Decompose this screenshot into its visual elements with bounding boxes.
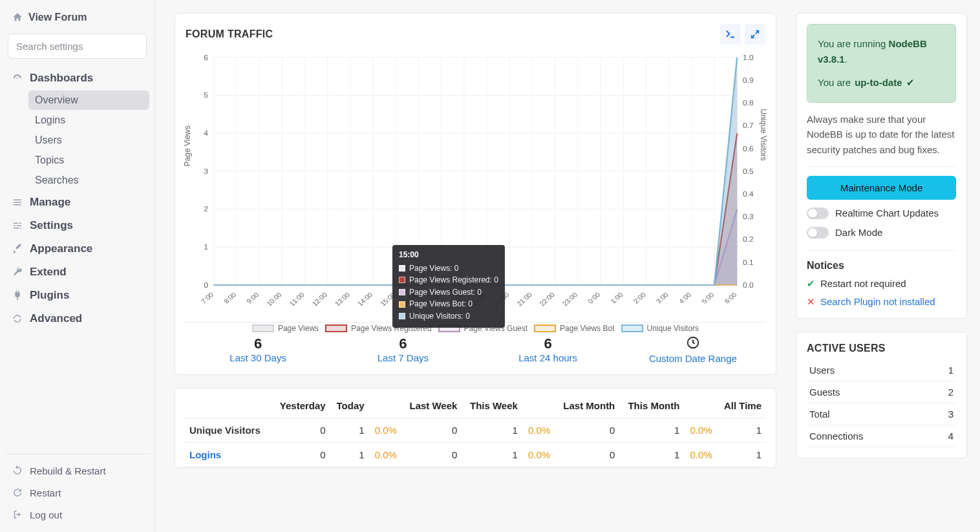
svg-text:0.4: 0.4 xyxy=(743,191,754,198)
realtime-toggle[interactable] xyxy=(807,207,829,219)
nav-plugins[interactable]: Plugins xyxy=(5,284,149,307)
svg-text:0.9: 0.9 xyxy=(743,77,754,84)
active-users-card: ACTIVE USERS Users1Guests2Total3Connecti… xyxy=(796,332,967,458)
version-alert: You are running NodeBB v3.8.1. You are u… xyxy=(807,24,956,103)
search-settings-input[interactable] xyxy=(8,34,147,59)
refresh-icon xyxy=(12,313,23,325)
gauge-icon xyxy=(12,72,23,84)
forum-traffic-title: FORUM TRAFFIC xyxy=(186,28,273,40)
stat-7days[interactable]: 6 Last 7 Days xyxy=(330,335,475,364)
svg-text:0.6: 0.6 xyxy=(743,145,754,152)
forum-traffic-card: FORUM TRAFFIC Page Views Unique Visitors… xyxy=(175,13,776,375)
nav-manage-label: Manage xyxy=(30,196,70,209)
search-box xyxy=(8,34,147,59)
svg-text:0.8: 0.8 xyxy=(743,100,754,107)
terminal-icon-button[interactable] xyxy=(720,24,741,45)
check-icon: ✔ xyxy=(906,75,915,90)
maintenance-mode-button[interactable]: Maintenance Mode xyxy=(807,176,956,200)
svg-text:4:00: 4:00 xyxy=(677,291,692,304)
x-icon: ✕ xyxy=(807,296,815,308)
nav-appearance[interactable]: Appearance xyxy=(5,237,149,261)
svg-text:0.1: 0.1 xyxy=(743,259,754,266)
svg-text:0: 0 xyxy=(204,281,208,288)
view-forum-label: View Forum xyxy=(28,12,87,23)
nav-plugins-label: Plugins xyxy=(30,289,69,302)
sidebar: View Forum Dashboards Overview Logins Us… xyxy=(0,0,155,532)
svg-text:4: 4 xyxy=(204,130,208,137)
notice-restart: ✔Restart not required xyxy=(807,278,956,290)
table-row: Logins010.0%010.0%010.0%1 xyxy=(186,443,765,467)
svg-text:12:00: 12:00 xyxy=(311,291,329,307)
legend-item[interactable]: Page Views Bot xyxy=(534,324,615,333)
stat-30days[interactable]: 6 Last 30 Days xyxy=(186,335,330,364)
svg-text:21:00: 21:00 xyxy=(515,291,533,307)
brush-icon xyxy=(12,243,23,255)
custom-date-range[interactable]: Custom Date Range xyxy=(621,335,765,364)
plug-icon xyxy=(12,290,23,301)
version-info-text: Always make sure that your NodeBB is up … xyxy=(807,112,956,167)
svg-text:0.2: 0.2 xyxy=(743,236,754,243)
realtime-toggle-row: Realtime Chart Updates xyxy=(807,207,956,219)
nav-topics[interactable]: Topics xyxy=(28,151,149,170)
check-icon: ✔ xyxy=(807,278,815,290)
svg-text:1:00: 1:00 xyxy=(610,291,624,304)
active-users-row: Total3 xyxy=(807,403,956,425)
nav-manage[interactable]: Manage xyxy=(5,191,149,214)
svg-text:8:00: 8:00 xyxy=(222,291,237,304)
nav-advanced[interactable]: Advanced xyxy=(5,307,149,330)
svg-text:23:00: 23:00 xyxy=(561,291,579,307)
nav-settings[interactable]: Settings xyxy=(5,214,149,237)
svg-text:0.7: 0.7 xyxy=(743,122,754,129)
expand-icon-button[interactable] xyxy=(745,24,765,45)
rebuild-restart[interactable]: Rebuild & Restart xyxy=(5,460,149,482)
table-row: Unique Visitors010.0%010.0%010.0%1 xyxy=(186,418,765,443)
traffic-chart[interactable]: Page Views Unique Visitors 01234560.00.1… xyxy=(186,51,765,323)
nav-users[interactable]: Users xyxy=(28,131,149,150)
view-forum-link[interactable]: View Forum xyxy=(5,6,149,28)
nav-dashboards[interactable]: Dashboards xyxy=(5,67,149,90)
legend-item[interactable]: Unique Visitors xyxy=(621,324,699,333)
stats-table: YesterdayTodayLast WeekThis WeekLast Mon… xyxy=(186,394,765,467)
restart[interactable]: Restart xyxy=(5,482,149,504)
darkmode-toggle[interactable] xyxy=(807,227,829,239)
svg-text:0.5: 0.5 xyxy=(743,167,754,175)
notices-title: Notices xyxy=(807,250,956,271)
search-plugin-link[interactable]: Search Plugin not installed xyxy=(820,296,935,307)
row-label-link[interactable]: Logins xyxy=(189,449,221,460)
svg-text:2:00: 2:00 xyxy=(632,291,647,304)
restart-label: Restart xyxy=(30,487,61,498)
svg-text:3:00: 3:00 xyxy=(655,291,670,304)
svg-text:5:00: 5:00 xyxy=(700,291,715,304)
active-users-row: Guests2 xyxy=(807,381,956,403)
nav-settings-label: Settings xyxy=(30,219,73,232)
active-users-row: Connections4 xyxy=(807,425,956,447)
logout[interactable]: Log out xyxy=(5,504,149,526)
traffic-stat-row: 6 Last 30 Days 6 Last 7 Days 6 Last 24 h… xyxy=(186,329,765,364)
main-content: FORUM TRAFFIC Page Views Unique Visitors… xyxy=(155,0,980,532)
logout-label: Log out xyxy=(30,509,62,520)
svg-text:13:00: 13:00 xyxy=(334,291,352,307)
svg-text:0:00: 0:00 xyxy=(586,291,601,304)
nav-advanced-label: Advanced xyxy=(30,312,82,325)
svg-text:14:00: 14:00 xyxy=(356,291,374,307)
dashboards-submenu: Overview Logins Users Topics Searches xyxy=(5,90,149,190)
version-card: You are running NodeBB v3.8.1. You are u… xyxy=(796,13,967,319)
svg-text:0.0: 0.0 xyxy=(743,281,754,288)
stat-24hours[interactable]: 6 Last 24 hours xyxy=(476,335,621,364)
svg-text:5: 5 xyxy=(204,92,208,99)
svg-text:22:00: 22:00 xyxy=(538,291,557,307)
sliders-icon xyxy=(12,220,23,231)
nav-extend[interactable]: Extend xyxy=(5,261,149,284)
legend-item[interactable]: Page Views xyxy=(252,324,319,333)
svg-text:2: 2 xyxy=(204,206,208,213)
svg-text:0.3: 0.3 xyxy=(743,213,754,220)
nav-searches[interactable]: Searches xyxy=(28,171,149,190)
svg-text:6:00: 6:00 xyxy=(723,291,738,304)
home-icon xyxy=(12,12,23,23)
logout-icon xyxy=(12,509,23,520)
nav-overview[interactable]: Overview xyxy=(28,90,149,110)
nav-logins[interactable]: Logins xyxy=(28,111,149,130)
wrench-icon xyxy=(12,266,23,278)
stats-table-card: YesterdayTodayLast WeekThis WeekLast Mon… xyxy=(175,388,776,468)
tooltip-title: 15:00 xyxy=(399,249,498,261)
